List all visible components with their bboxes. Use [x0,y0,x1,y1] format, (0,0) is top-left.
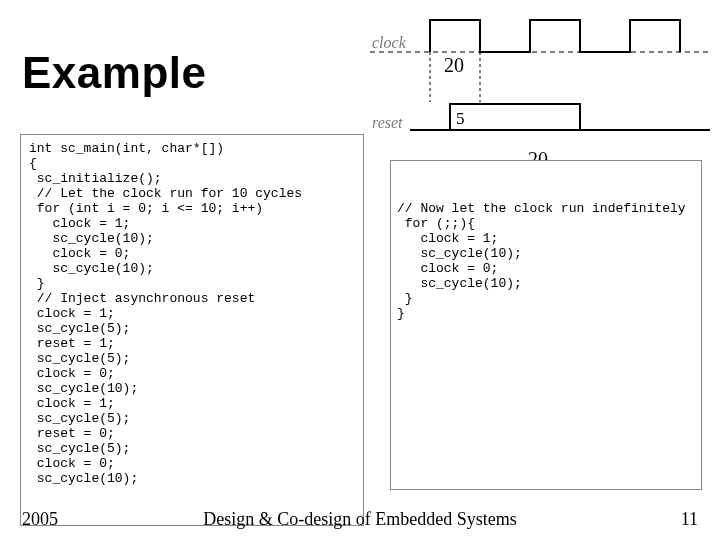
clock-waveform [430,20,680,52]
code-left: int sc_main(int, char*[]) { sc_initializ… [20,134,364,526]
page-number: 11 [681,509,698,530]
footer-title: Design & Co-design of Embedded Systems [0,509,720,530]
reset-waveform [450,104,580,130]
timing-diagram: clock 20 reset 5 [370,12,710,152]
code-right: // Now let the clock run indefinitely fo… [390,160,702,490]
clock-label: clock [372,34,407,51]
reset-label: reset [372,114,403,131]
slide-title: Example [22,48,206,98]
annot-5: 5 [456,109,465,128]
annot-20: 20 [444,54,464,76]
